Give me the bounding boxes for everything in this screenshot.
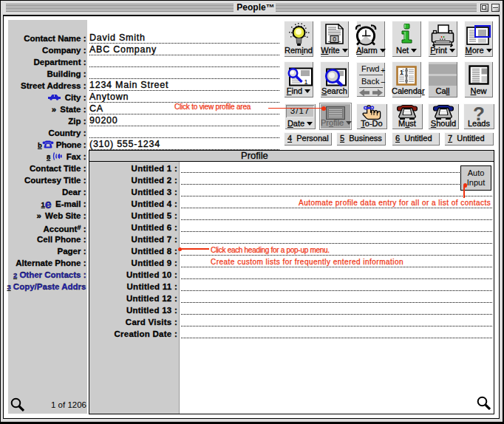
svg-text:0: 0 — [333, 35, 336, 43]
svg-text:1: 1 — [304, 78, 307, 86]
